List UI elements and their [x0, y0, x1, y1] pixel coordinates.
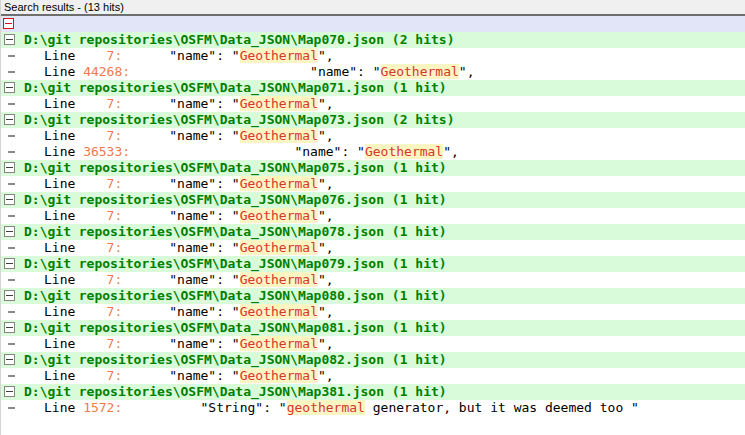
line-number: 7: — [75, 240, 122, 255]
line-number: 7: — [75, 208, 122, 223]
match-highlight: Geothermal — [240, 240, 318, 255]
line-content-before: "name": " — [122, 368, 239, 383]
hit-line-row[interactable]: Line 7: "name": "Geothermal", — [1, 128, 745, 144]
hit-line-row[interactable]: Line 7: "name": "Geothermal", — [1, 368, 745, 384]
collapse-file-toggle-icon[interactable] — [4, 162, 15, 173]
tree-branch-tick-icon — [8, 151, 15, 153]
line-word: Line — [44, 240, 75, 255]
line-content-before: "String": " — [122, 400, 286, 415]
line-word: Line — [44, 176, 75, 191]
tree-branch-tick-icon — [8, 343, 15, 345]
line-content-before: "name": " — [130, 64, 380, 79]
file-header-row[interactable]: D:\git repositories\OSFM\Data_JSON\Map07… — [1, 160, 745, 176]
collapse-file-toggle-icon[interactable] — [4, 226, 15, 237]
collapse-file-toggle-icon[interactable] — [4, 34, 15, 45]
line-content-before: "name": " — [122, 128, 239, 143]
hit-line-row[interactable]: Line 7: "name": "Geothermal", — [1, 48, 745, 64]
panel-titlebar[interactable]: Search results - (13 hits) — [1, 0, 745, 16]
tree-branch-tick-icon — [8, 375, 15, 377]
hit-line-row[interactable]: Line 7: "name": "Geothermal", — [1, 304, 745, 320]
file-path-text: D:\git repositories\OSFM\Data_JSON\Map08… — [24, 320, 447, 335]
line-content-after: ", — [318, 48, 334, 63]
file-header-row[interactable]: D:\git repositories\OSFM\Data_JSON\Map07… — [1, 192, 745, 208]
match-highlight: Geothermal — [240, 208, 318, 223]
tree-branch-tick-icon — [8, 311, 15, 313]
file-path-text: D:\git repositories\OSFM\Data_JSON\Map07… — [24, 160, 447, 175]
hit-line-row[interactable]: Line 7: "name": "Geothermal", — [1, 240, 745, 256]
file-header-row[interactable]: D:\git repositories\OSFM\Data_JSON\Map07… — [1, 32, 745, 48]
line-number: 1572: — [75, 400, 122, 415]
collapse-file-toggle-icon[interactable] — [4, 114, 15, 125]
line-word: Line — [44, 400, 75, 415]
file-header-row[interactable]: D:\git repositories\OSFM\Data_JSON\Map07… — [1, 224, 745, 240]
match-highlight: Geothermal — [381, 64, 459, 79]
collapse-file-toggle-icon[interactable] — [4, 194, 15, 205]
hit-line-row[interactable]: Line 44268: "name": "Geothermal", — [1, 64, 745, 80]
tree-branch-tick-icon — [8, 279, 15, 281]
collapse-file-toggle-icon[interactable] — [4, 354, 15, 365]
file-path-text: D:\git repositories\OSFM\Data_JSON\Map07… — [24, 32, 454, 47]
line-content-before: "name": " — [122, 48, 239, 63]
line-number: 7: — [75, 48, 122, 63]
file-header-row[interactable]: D:\git repositories\OSFM\Data_JSON\Map38… — [1, 384, 745, 400]
results-rows: D:\git repositories\OSFM\Data_JSON\Map07… — [1, 32, 745, 416]
file-path-text: D:\git repositories\OSFM\Data_JSON\Map38… — [24, 384, 447, 399]
line-content-after: ", — [459, 64, 475, 79]
minus-icon — [5, 23, 12, 24]
match-highlight: geothermal — [287, 400, 365, 415]
line-content-after: ", — [318, 128, 334, 143]
file-header-row[interactable]: D:\git repositories\OSFM\Data_JSON\Map08… — [1, 352, 745, 368]
line-word: Line — [44, 144, 75, 159]
minus-icon — [6, 39, 13, 40]
tree-branch-tick-icon — [8, 55, 15, 57]
file-path-text: D:\git repositories\OSFM\Data_JSON\Map07… — [24, 192, 447, 207]
line-word: Line — [44, 368, 75, 383]
file-header-row[interactable]: D:\git repositories\OSFM\Data_JSON\Map08… — [1, 320, 745, 336]
hit-line-row[interactable]: Line 7: "name": "Geothermal", — [1, 272, 745, 288]
line-number: 7: — [75, 128, 122, 143]
line-content-after: ", — [318, 240, 334, 255]
line-number: 7: — [75, 96, 122, 111]
search-summary-row[interactable]: Search "geothermal" (13 hits in 11 files… — [1, 16, 745, 32]
hit-line-row[interactable]: Line 7: "name": "Geothermal", — [1, 176, 745, 192]
collapse-file-toggle-icon[interactable] — [4, 258, 15, 269]
hit-line-row[interactable]: Line 7: "name": "Geothermal", — [1, 208, 745, 224]
line-word: Line — [44, 304, 75, 319]
line-word: Line — [44, 96, 75, 111]
line-content-after: ", — [318, 96, 334, 111]
file-header-row[interactable]: D:\git repositories\OSFM\Data_JSON\Map07… — [1, 80, 745, 96]
collapse-file-toggle-icon[interactable] — [4, 322, 15, 333]
line-word: Line — [44, 64, 75, 79]
collapse-file-toggle-icon[interactable] — [4, 386, 15, 397]
hit-line-row[interactable]: Line 7: "name": "Geothermal", — [1, 96, 745, 112]
match-highlight: Geothermal — [365, 144, 443, 159]
line-content-after: ", — [318, 272, 334, 287]
file-header-row[interactable]: D:\git repositories\OSFM\Data_JSON\Map07… — [1, 256, 745, 272]
line-content-after: ", — [443, 144, 459, 159]
hit-line-row[interactable]: Line 1572: "String": "geothermal generat… — [1, 400, 745, 416]
collapse-all-toggle-icon[interactable] — [3, 18, 14, 29]
line-number: 7: — [75, 304, 122, 319]
file-path-text: D:\git repositories\OSFM\Data_JSON\Map07… — [24, 256, 447, 271]
line-content-after: ", — [318, 304, 334, 319]
hit-line-row[interactable]: Line 7: "name": "Geothermal", — [1, 336, 745, 352]
match-highlight: Geothermal — [240, 48, 318, 63]
line-word: Line — [44, 272, 75, 287]
tree-branch-tick-icon — [8, 407, 15, 409]
line-word: Line — [44, 128, 75, 143]
file-path-text: D:\git repositories\OSFM\Data_JSON\Map07… — [24, 112, 454, 127]
minus-icon — [6, 327, 13, 328]
tree-branch-tick-icon — [8, 71, 15, 73]
collapse-file-toggle-icon[interactable] — [4, 290, 15, 301]
minus-icon — [6, 199, 13, 200]
file-header-row[interactable]: D:\git repositories\OSFM\Data_JSON\Map07… — [1, 112, 745, 128]
file-header-row[interactable]: D:\git repositories\OSFM\Data_JSON\Map08… — [1, 288, 745, 304]
tree-branch-tick-icon — [8, 215, 15, 217]
line-content-after: ", — [318, 368, 334, 383]
line-content-before: "name": " — [122, 272, 239, 287]
line-content-before: "name": " — [130, 144, 365, 159]
collapse-file-toggle-icon[interactable] — [4, 82, 15, 93]
line-word: Line — [44, 48, 75, 63]
line-content-before: "name": " — [122, 176, 239, 191]
hit-line-row[interactable]: Line 36533: "name": "Geothermal", — [1, 144, 745, 160]
